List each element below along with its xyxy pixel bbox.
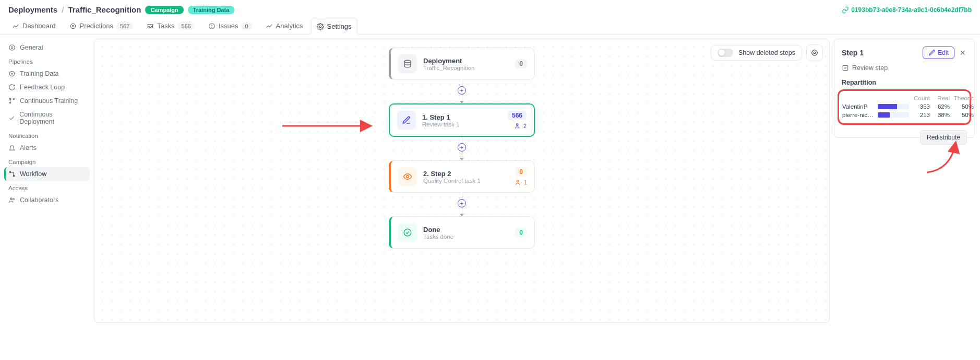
refresh-icon bbox=[8, 84, 16, 91]
sidebar-item-alerts[interactable]: Alerts bbox=[4, 141, 90, 155]
edit-square-icon bbox=[842, 64, 849, 72]
step1-people: 2 bbox=[515, 122, 527, 130]
target-icon bbox=[8, 70, 16, 77]
issues-count: 0 bbox=[241, 22, 252, 30]
tab-issues[interactable]: Issues 0 bbox=[202, 17, 258, 34]
edit-button[interactable]: Edit bbox=[923, 47, 954, 59]
svg-point-23 bbox=[517, 180, 519, 182]
repartition-heading: Repartition bbox=[842, 79, 967, 86]
sidebar-item-general[interactable]: General bbox=[4, 41, 90, 54]
settings-sidebar: General Pipelines Training Data Feedback… bbox=[0, 34, 94, 327]
workflow-icon bbox=[8, 170, 16, 178]
chart-line-icon bbox=[12, 22, 19, 30]
deployment-id-link[interactable]: 0193bb73-a0e8-734a-a9c1-0c6b4e2df7bb bbox=[842, 6, 972, 14]
breadcrumb-sep: / bbox=[62, 5, 64, 14]
svg-point-21 bbox=[516, 124, 518, 126]
add-step-button[interactable]: + bbox=[458, 199, 466, 207]
bell-icon bbox=[8, 144, 16, 152]
workflow-canvas[interactable]: Show deleted steps Deployment Traffic bbox=[94, 39, 830, 323]
step2-count: 0 bbox=[515, 167, 527, 177]
svg-point-18 bbox=[812, 50, 818, 56]
add-step-button[interactable]: + bbox=[458, 86, 466, 95]
svg-point-13 bbox=[9, 171, 10, 172]
svg-point-14 bbox=[13, 175, 14, 176]
node-step1[interactable]: 1. Step 1 Review task 1 566 2 bbox=[389, 103, 535, 137]
svg-point-22 bbox=[407, 176, 409, 178]
inbox-icon bbox=[147, 22, 154, 30]
svg-point-24 bbox=[404, 229, 411, 236]
svg-point-8 bbox=[9, 71, 14, 76]
annotation-arrow-step1 bbox=[282, 121, 376, 133]
sidebar-item-workflow[interactable]: Workflow bbox=[4, 167, 90, 181]
review-step-row: Review step bbox=[842, 64, 967, 72]
sidebar-item-continuous-deployment[interactable]: Continuous Deployment bbox=[4, 108, 90, 129]
node-done[interactable]: Done Tasks done 0 bbox=[389, 216, 535, 249]
sidebar-heading-access: Access bbox=[4, 181, 90, 193]
toggle-switch[interactable] bbox=[718, 49, 733, 57]
step2-people: 1 bbox=[515, 179, 527, 186]
node-step2[interactable]: 2. Step 2 Quality Control task 1 0 1 bbox=[389, 160, 535, 193]
step-detail-panel: Step 1 Edit ✕ Review step Repartition Co… bbox=[834, 39, 975, 138]
tab-tasks[interactable]: Tasks 566 bbox=[141, 17, 200, 34]
tasks-count: 566 bbox=[178, 22, 195, 30]
gear-icon bbox=[8, 44, 16, 51]
svg-point-15 bbox=[10, 198, 13, 200]
breadcrumb-root[interactable]: Deployments bbox=[8, 5, 57, 14]
gear-icon bbox=[811, 49, 818, 56]
svg-point-5 bbox=[319, 26, 321, 28]
canvas-settings-button[interactable] bbox=[806, 44, 823, 61]
gear-icon bbox=[317, 23, 324, 30]
repartition-header: Count Real Theoric bbox=[842, 94, 966, 102]
eye-icon bbox=[398, 167, 417, 186]
step1-count: 566 bbox=[508, 111, 527, 120]
svg-point-1 bbox=[72, 25, 74, 27]
sidebar-item-collaborators[interactable]: Collaborators bbox=[4, 193, 90, 207]
svg-point-9 bbox=[11, 73, 13, 74]
svg-point-10 bbox=[9, 98, 10, 99]
breadcrumb-name: Traffic_Recognition bbox=[68, 5, 141, 14]
sidebar-heading-notification: Notification bbox=[4, 129, 90, 141]
sidebar-item-training-data[interactable]: Training Data bbox=[4, 67, 90, 80]
breadcrumb: Deployments / Traffic_Recognition Campai… bbox=[8, 5, 234, 14]
repartition-row: pierre-nicolas 213 38% 50% bbox=[842, 111, 966, 119]
sidebar-heading-pipelines: Pipelines bbox=[4, 54, 90, 67]
users-icon bbox=[515, 122, 522, 130]
node-deployment[interactable]: Deployment Traffic_Recognition 0 bbox=[389, 48, 535, 80]
done-count: 0 bbox=[515, 228, 527, 237]
repartition-bar bbox=[878, 104, 909, 109]
main-tabs: Dashboard Predictions 567 Tasks 566 Issu… bbox=[0, 17, 980, 34]
sidebar-item-feedback-loop[interactable]: Feedback Loop bbox=[4, 80, 90, 94]
svg-point-7 bbox=[9, 45, 15, 51]
svg-point-0 bbox=[70, 24, 75, 28]
rocket-icon bbox=[8, 114, 15, 122]
close-panel-button[interactable]: ✕ bbox=[959, 49, 967, 57]
analytics-icon bbox=[266, 22, 273, 30]
edit-icon bbox=[397, 111, 416, 130]
deployment-count: 0 bbox=[515, 59, 527, 68]
tab-analytics[interactable]: Analytics bbox=[260, 17, 309, 34]
tab-predictions[interactable]: Predictions 567 bbox=[64, 17, 139, 34]
add-step-button[interactable]: + bbox=[458, 143, 466, 152]
annotation-arrow-redistribute bbox=[924, 138, 966, 177]
repartition-bar bbox=[878, 112, 909, 118]
toggle-show-deleted[interactable]: Show deleted steps bbox=[711, 45, 802, 61]
tab-dashboard[interactable]: Dashboard bbox=[6, 17, 62, 34]
target-icon bbox=[69, 22, 77, 30]
sidebar-item-continuous-training[interactable]: Continuous Training bbox=[4, 94, 90, 108]
repartition-row: ValentinP 353 62% 50% bbox=[842, 102, 966, 111]
database-icon bbox=[398, 54, 417, 73]
tab-settings[interactable]: Settings bbox=[311, 18, 357, 34]
panel-title: Step 1 bbox=[842, 49, 864, 57]
sidebar-heading-campaign: Campaign bbox=[4, 155, 90, 167]
link-icon bbox=[842, 6, 849, 14]
branch-icon bbox=[8, 97, 16, 104]
svg-point-6 bbox=[11, 47, 13, 49]
users-icon bbox=[8, 196, 16, 204]
check-circle-icon bbox=[398, 223, 417, 242]
svg-point-16 bbox=[13, 199, 14, 200]
svg-point-20 bbox=[404, 60, 411, 63]
repartition-highlight: Count Real Theoric ValentinP 353 62% 50%… bbox=[838, 89, 971, 125]
pencil-icon bbox=[928, 49, 936, 56]
users-icon bbox=[515, 179, 522, 186]
svg-point-17 bbox=[814, 52, 816, 54]
